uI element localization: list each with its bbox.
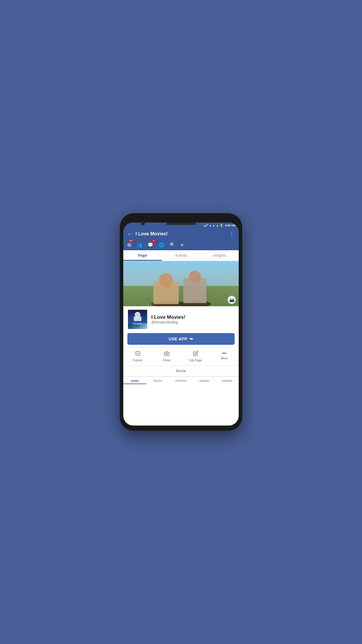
use-app-edit-icon: ✏	[190, 337, 194, 341]
svg-rect-9	[134, 316, 141, 321]
photo-label: Photo	[163, 359, 170, 362]
hamburger-icon: ≡	[181, 242, 183, 247]
nav-videos[interactable]: VIDEOS	[193, 378, 216, 384]
nav-home[interactable]: HOME	[123, 378, 146, 384]
publish-label: Publish	[133, 359, 143, 362]
messages-icon-wrap[interactable]: 💬 1	[147, 241, 153, 248]
svg-point-13	[166, 353, 168, 355]
publish-button[interactable]: Publish	[123, 349, 152, 364]
use-app-button[interactable]: USE APP ✏	[127, 333, 235, 345]
friends-icon-wrap[interactable]: ⊞ 9+	[127, 241, 131, 248]
search-icon: 🔍	[170, 242, 175, 247]
cover-art-svg	[123, 261, 239, 306]
top-nav-bar: ← I Love Movies! ⋮	[123, 228, 239, 239]
phone-screen: 3GH ▲ G ▲ 🔋 9:08 AM ← I Love Movies! ⋮ ⊞…	[123, 223, 239, 426]
page-handle: @moviecriticblog	[151, 320, 235, 324]
action-row: Publish Photo Edit Page	[123, 347, 239, 366]
network-indicator: 3GH	[203, 224, 208, 227]
nav-events[interactable]: EVENTS	[216, 378, 239, 384]
page-title: I Love Movies!	[136, 231, 226, 237]
publish-icon	[135, 351, 140, 358]
phone-speaker	[166, 223, 196, 225]
messages-icon: 💬	[147, 242, 153, 247]
tab-insights[interactable]: Insights	[200, 250, 239, 261]
photo-icon	[164, 351, 169, 358]
profile-picture[interactable]: MAX STEEL 📷	[127, 309, 148, 330]
svg-point-7	[189, 271, 201, 283]
more-options-button[interactable]: ⋮	[229, 231, 235, 237]
pages-icon: ⊞	[127, 242, 131, 247]
edit-page-label: Edit Page	[189, 359, 202, 362]
phone-device: 3GH ▲ G ▲ 🔋 9:08 AM ← I Love Movies! ⋮ ⊞…	[120, 213, 242, 431]
globe-icon-wrap[interactable]: 🌐	[159, 241, 164, 248]
nav-photos[interactable]: PHOTOS	[169, 378, 192, 384]
photo-button[interactable]: Photo	[152, 349, 181, 364]
network-g: G	[213, 224, 215, 227]
signal-bars: ▲	[209, 224, 212, 227]
tab-page[interactable]: Page	[123, 250, 162, 261]
time-display: 9:08 AM	[225, 224, 235, 227]
signal-bars2: ▲	[216, 224, 219, 227]
menu-icon-wrap[interactable]: ≡	[181, 241, 183, 248]
friends-badge: 9+	[129, 239, 133, 242]
icon-tray: ⊞ 9+ 👥 💬 1 🌐 🔍 ≡	[123, 239, 239, 250]
nav-posts[interactable]: POSTS	[146, 378, 169, 384]
groups-icon-wrap[interactable]: 👥	[136, 241, 142, 248]
more-label: More	[221, 357, 228, 360]
edit-page-icon	[193, 351, 198, 358]
svg-point-4	[159, 273, 173, 287]
page-tabs: Page Activity Insights	[123, 250, 239, 261]
more-button[interactable]: ••• More	[210, 349, 239, 364]
use-app-label: USE APP	[169, 337, 187, 341]
category-bar: Movie	[123, 366, 239, 376]
svg-rect-0	[123, 261, 239, 286]
change-cover-photo-button[interactable]: 📷	[228, 296, 236, 304]
globe-icon: 🌐	[159, 242, 164, 247]
phone-camera	[141, 221, 145, 225]
profile-pic-art	[128, 311, 147, 323]
profile-section: MAX STEEL 📷 I Love Movies! @moviecriticb…	[123, 306, 239, 332]
back-button[interactable]: ←	[127, 231, 133, 237]
messages-badge: 1	[152, 239, 156, 242]
profile-info: I Love Movies! @moviecriticblog	[151, 314, 235, 324]
battery-icon: 🔋	[220, 224, 223, 227]
category-label: Movie	[176, 369, 186, 373]
profile-pic-camera-icon: 📷	[136, 324, 139, 327]
groups-icon: 👥	[136, 242, 142, 247]
more-icon: •••	[222, 351, 226, 356]
tab-activity[interactable]: Activity	[162, 250, 200, 261]
page-name: I Love Movies!	[151, 314, 235, 320]
bottom-nav: HOME POSTS PHOTOS VIDEOS EVENTS	[123, 376, 239, 385]
edit-page-button[interactable]: Edit Page	[181, 349, 210, 364]
camera-icon: 📷	[229, 298, 234, 302]
cover-photo[interactable]: 📷	[123, 261, 239, 306]
search-icon-wrap[interactable]: 🔍	[170, 241, 175, 248]
